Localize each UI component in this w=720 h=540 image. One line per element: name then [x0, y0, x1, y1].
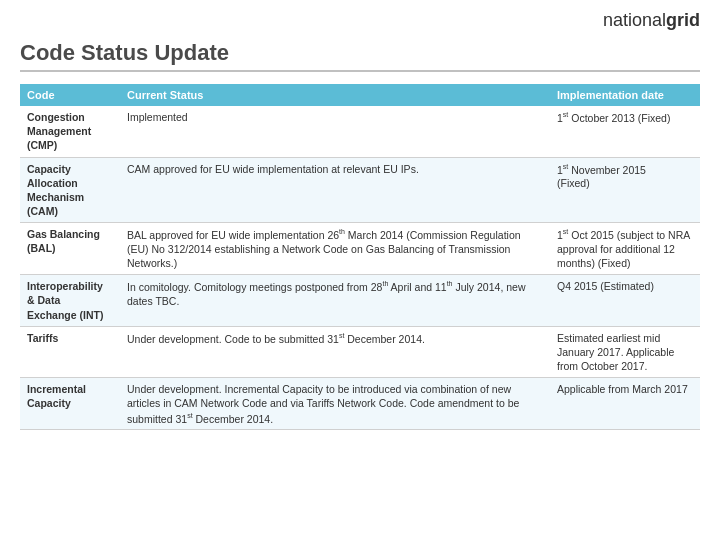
row-code: CapacityAllocationMechanism(CAM)	[20, 157, 120, 223]
row-code: Tariffs	[20, 326, 120, 378]
row-code: CongestionManagement(CMP)	[20, 106, 120, 157]
col-header-status: Current Status	[120, 84, 550, 106]
table-row: CongestionManagement(CMP) Implemented 1s…	[20, 106, 700, 157]
table-container: Code Current Status Implementation date …	[0, 78, 720, 436]
table-header-row: Code Current Status Implementation date	[20, 84, 700, 106]
logo: nationalgrid	[603, 10, 700, 31]
row-impl-date: 1st October 2013 (Fixed)	[550, 106, 700, 157]
row-status: Under development. Incremental Capacity …	[120, 378, 550, 430]
row-code: Gas Balancing(BAL)	[20, 223, 120, 275]
row-status: CAM approved for EU wide implementation …	[120, 157, 550, 223]
table-row: Interoperability& DataExchange (INT) In …	[20, 275, 700, 327]
page-title: Code Status Update	[20, 40, 700, 66]
table-row: CapacityAllocationMechanism(CAM) CAM app…	[20, 157, 700, 223]
title-divider	[20, 70, 700, 72]
table-row: Gas Balancing(BAL) BAL approved for EU w…	[20, 223, 700, 275]
col-header-impl: Implementation date	[550, 84, 700, 106]
header: nationalgrid	[0, 0, 720, 36]
row-code: Interoperability& DataExchange (INT)	[20, 275, 120, 327]
table-row: IncrementalCapacity Under development. I…	[20, 378, 700, 430]
row-impl-date: Q4 2015 (Estimated)	[550, 275, 700, 327]
row-status: Under development. Code to be submitted …	[120, 326, 550, 378]
table-row: Tariffs Under development. Code to be su…	[20, 326, 700, 378]
title-section: Code Status Update	[0, 36, 720, 78]
row-impl-date: Estimated earliest mid January 2017. App…	[550, 326, 700, 378]
logo-bold: grid	[666, 10, 700, 30]
row-status: In comitology. Comitology meetings postp…	[120, 275, 550, 327]
row-impl-date: 1st Oct 2015 (subject to NRA approval fo…	[550, 223, 700, 275]
col-header-code: Code	[20, 84, 120, 106]
row-status: Implemented	[120, 106, 550, 157]
row-status: BAL approved for EU wide implementation …	[120, 223, 550, 275]
row-impl-date: 1st November 2015(Fixed)	[550, 157, 700, 223]
row-impl-date: Applicable from March 2017	[550, 378, 700, 430]
status-table: Code Current Status Implementation date …	[20, 84, 700, 430]
row-code: IncrementalCapacity	[20, 378, 120, 430]
